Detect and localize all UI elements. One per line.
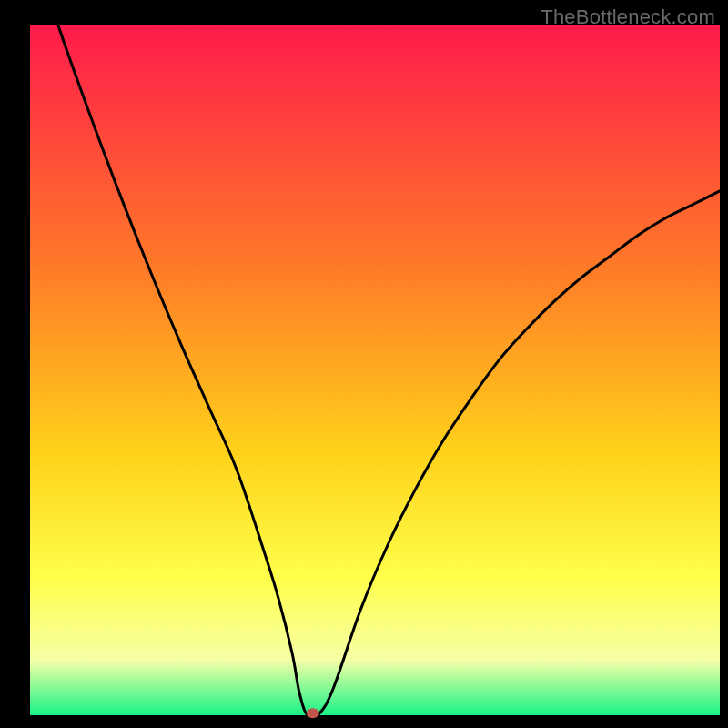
bottleneck-chart [0,0,728,728]
plot-background [30,25,720,715]
watermark-text: TheBottleneck.com [541,5,715,29]
chart-frame: { "watermark": "TheBottleneck.com", "col… [0,0,728,728]
optimal-marker [307,708,319,718]
